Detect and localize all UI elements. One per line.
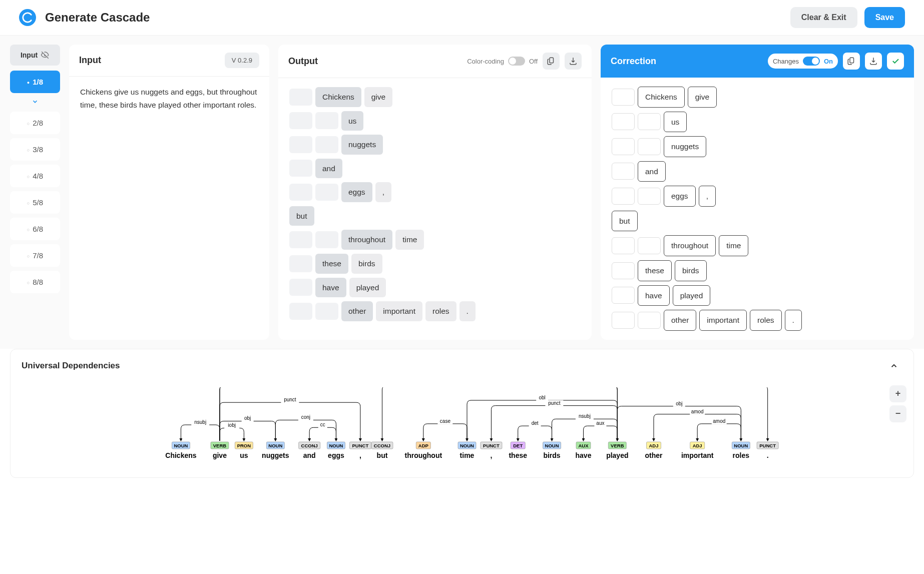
input-text: Chickens give us nuggets and eggs, but t… [69, 77, 269, 120]
svg-text:obl: obl [539, 395, 545, 400]
token: birds [351, 254, 382, 274]
token[interactable]: important [699, 310, 747, 331]
token[interactable]: other [664, 310, 696, 331]
token[interactable]: played [673, 285, 711, 306]
changes-label: Changes [773, 58, 799, 65]
token-row: but [289, 206, 581, 226]
svg-text:punct: punct [548, 400, 561, 405]
token[interactable]: roles [750, 310, 782, 331]
svg-rect-1 [850, 58, 854, 63]
token-row: Chickensgive [612, 87, 903, 108]
download-icon[interactable] [865, 53, 882, 70]
correction-panel-title: Correction [611, 56, 656, 67]
svg-text:and: and [303, 451, 316, 459]
token: time [395, 230, 424, 250]
svg-text:us: us [240, 451, 248, 459]
token[interactable]: eggs [664, 186, 696, 207]
correction-rows: Chickensgiveusnuggetsandeggs,butthrougho… [612, 87, 903, 331]
placeholder [638, 188, 661, 205]
svg-text:played: played [606, 451, 628, 459]
token: us [341, 111, 363, 131]
page-nav-item[interactable]: 4/8 [10, 165, 60, 187]
token: and [315, 159, 342, 179]
ud-panel-title: Universal Dependencies [22, 361, 120, 371]
svg-text:NOUN: NOUN [174, 443, 188, 448]
token-row: throughouttime [612, 235, 903, 256]
placeholder [289, 136, 312, 153]
placeholder [612, 89, 635, 106]
token: eggs [341, 182, 372, 202]
token[interactable]: throughout [664, 235, 716, 256]
placeholder [315, 231, 338, 248]
token-row: nuggets [612, 136, 903, 157]
download-icon[interactable] [565, 53, 582, 70]
svg-text:PUNCT: PUNCT [483, 443, 500, 448]
sidebar: Input 1/82/83/84/85/86/87/88/8 [10, 45, 60, 340]
svg-text:PRON: PRON [237, 443, 251, 448]
eye-off-icon [41, 51, 50, 60]
ud-panel: Universal Dependencies + − nsubjiobjobjc… [10, 349, 914, 478]
chevron-up-icon[interactable] [885, 357, 902, 374]
token[interactable]: but [612, 211, 638, 232]
svg-text:CCONJ: CCONJ [374, 443, 390, 448]
svg-text:but: but [377, 451, 388, 459]
token[interactable]: . [785, 310, 802, 331]
token[interactable]: give [688, 87, 717, 108]
svg-text:ADJ: ADJ [649, 443, 658, 448]
zoom-in-button[interactable]: + [889, 385, 906, 402]
svg-text:eggs: eggs [328, 451, 344, 459]
page-nav-item[interactable]: 5/8 [10, 191, 60, 214]
app-header: Generate Cascade Clear & Exit Save [0, 0, 924, 36]
token[interactable]: time [719, 235, 748, 256]
token[interactable]: these [638, 260, 672, 281]
svg-text:aux: aux [596, 420, 604, 426]
token-row: Chickensgive [289, 87, 581, 107]
page-nav-item[interactable]: 8/8 [10, 271, 60, 293]
page-nav-item[interactable]: 6/8 [10, 218, 60, 240]
svg-text:conj: conj [301, 414, 310, 420]
page-nav-item[interactable]: 2/8 [10, 112, 60, 134]
token[interactable]: birds [675, 260, 707, 281]
svg-text:.: . [767, 451, 769, 459]
token: . [459, 301, 476, 321]
svg-text:det: det [532, 420, 539, 426]
page-nav-item[interactable]: 3/8 [10, 138, 60, 161]
save-button[interactable]: Save [864, 7, 905, 28]
svg-text:NOUN: NOUN [329, 443, 343, 448]
sidebar-input-label[interactable]: Input [10, 45, 60, 66]
chevron-down-icon[interactable] [10, 97, 60, 108]
color-coding-toggle[interactable] [508, 57, 525, 66]
output-panel-title: Output [288, 56, 318, 67]
token-row: eggs, [612, 186, 903, 207]
token: , [375, 182, 391, 202]
token[interactable]: Chickens [638, 87, 685, 108]
copy-icon[interactable] [843, 53, 860, 70]
token-row: thesebirds [289, 254, 581, 274]
placeholder [315, 303, 338, 320]
page-nav-item[interactable]: 1/8 [10, 71, 60, 93]
changes-toggle[interactable] [803, 57, 820, 66]
copy-icon[interactable] [543, 53, 560, 70]
page-nav-item[interactable]: 7/8 [10, 244, 60, 267]
clear-exit-button[interactable]: Clear & Exit [790, 7, 857, 28]
token-row: otherimportantroles. [289, 301, 581, 321]
svg-text:time: time [460, 451, 475, 459]
svg-text:nuggets: nuggets [262, 451, 289, 459]
zoom-out-button[interactable]: − [889, 405, 906, 422]
token[interactable]: , [699, 186, 716, 207]
svg-text:important: important [681, 451, 714, 459]
svg-text:DET: DET [513, 443, 523, 448]
color-coding-state: Off [529, 58, 538, 65]
placeholder [315, 184, 338, 201]
placeholder [289, 231, 312, 248]
output-rows: Chickensgiveusnuggetsandeggs,butthrougho… [289, 87, 581, 321]
changes-state: On [824, 58, 833, 65]
token[interactable]: have [638, 285, 670, 306]
token[interactable]: and [638, 161, 666, 182]
token[interactable]: us [664, 112, 687, 133]
svg-text:VERB: VERB [611, 443, 624, 448]
placeholder [612, 113, 635, 130]
token[interactable]: nuggets [664, 136, 706, 157]
placeholder [289, 184, 312, 201]
approve-icon[interactable] [887, 53, 904, 70]
